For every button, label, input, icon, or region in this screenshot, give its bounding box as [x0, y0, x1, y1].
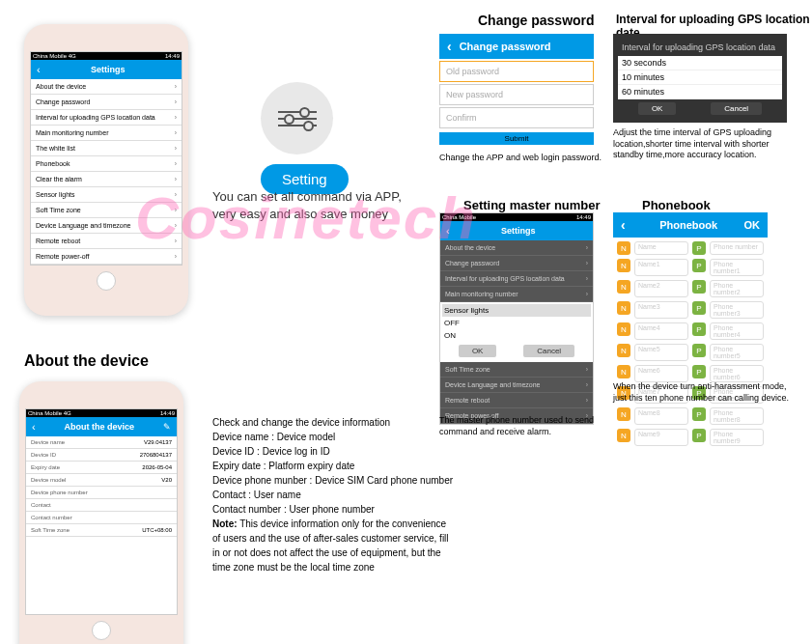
list-item[interactable]: About the device› [440, 240, 593, 256]
home-button[interactable] [97, 271, 116, 291]
list-item[interactable]: Device Language and timezone› [440, 378, 593, 393]
master-label: Setting master number [463, 198, 601, 212]
list-item[interactable]: Interval for uploading GPS location data… [31, 110, 182, 126]
change-password-caption: Change the APP and web login password. [439, 153, 608, 162]
sliders-icon [261, 82, 333, 154]
interval-cancel-button[interactable]: Cancel [711, 102, 762, 115]
setting-desc: You can set all command via APP, very ea… [212, 188, 425, 223]
phone-input[interactable]: Phone number5 [710, 344, 764, 361]
submit-button[interactable]: Submit [439, 132, 594, 145]
home-button[interactable] [92, 621, 111, 640]
name-badge-icon: N [617, 280, 630, 294]
back-icon[interactable]: ‹ [621, 217, 626, 233]
interval-option[interactable]: 10 minutes [618, 70, 782, 85]
phonebook-ok[interactable]: OK [744, 219, 761, 231]
edit-icon[interactable]: ✎ [163, 422, 171, 432]
name-badge-icon: N [617, 241, 630, 255]
name-input[interactable]: Name6 [634, 365, 688, 382]
phone-input[interactable]: Phone number6 [710, 365, 764, 382]
name-input[interactable]: Name9 [634, 429, 688, 446]
setting-icon-block: Setting [261, 82, 349, 194]
list-item[interactable]: The white list› [31, 141, 182, 156]
confirm-password-input[interactable]: Confirm [439, 107, 594, 128]
phone-input[interactable]: Phone number4 [710, 322, 764, 340]
name-input[interactable]: Name4 [634, 322, 688, 340]
info-row: Expiry date2026-05-04 [26, 462, 177, 474]
phone-input[interactable]: Phone number8 [710, 407, 764, 425]
master-dialog-title: Sensor lights [442, 304, 591, 317]
list-item[interactable]: Main monitoring number› [440, 287, 593, 302]
setting-desc-2: very easy and also save money [212, 206, 425, 223]
about-note-label: Note: [212, 518, 238, 529]
phone-input[interactable]: Phone number [710, 241, 764, 255]
about-phone-frame: China Mobile 4G14:49 ‹ About the device … [19, 381, 183, 644]
phonebook-label: Phonebook [642, 198, 711, 212]
phonebook-row: NName9PPhone number9 [615, 427, 766, 448]
status-time: 14:49 [165, 53, 180, 59]
change-password-header: ‹ Change password [439, 34, 594, 59]
master-caption: The master phone number used to send com… [439, 415, 603, 437]
settings-header: ‹ Settings [31, 60, 182, 79]
name-input[interactable]: Name3 [634, 301, 688, 319]
back-icon[interactable]: ‹ [447, 39, 452, 54]
list-item[interactable]: Change password› [440, 256, 593, 271]
name-input[interactable]: Name5 [634, 344, 688, 361]
phonebook-row: NName5PPhone number5 [615, 342, 766, 363]
info-row: Contact [26, 499, 177, 512]
list-item[interactable]: Change password› [31, 95, 182, 110]
status-bar: China Mobile14:49 [440, 213, 593, 221]
interval-option[interactable]: 60 minutes [618, 85, 782, 99]
name-input[interactable]: Name2 [634, 280, 688, 297]
settings-phone-screen: China Mobile 4G 14:49 ‹ Settings About t… [30, 51, 182, 266]
list-item[interactable]: Remote reboot› [440, 393, 593, 408]
change-password-title: Change password [460, 41, 551, 52]
interval-ok-button[interactable]: OK [638, 102, 677, 115]
phone-input[interactable]: Phone number9 [710, 429, 764, 446]
phonebook-row: NName3PPhone number3 [615, 299, 766, 321]
about-line: Device name : Device model [212, 430, 454, 444]
interval-option[interactable]: 30 seconds [618, 56, 782, 70]
master-opt-on[interactable]: ON [442, 329, 591, 342]
status-bar: China Mobile 4G 14:49 [31, 52, 182, 60]
info-row: Device modelV20 [26, 474, 177, 487]
setting-desc-1: You can set all command via APP, [212, 188, 425, 206]
master-cancel-button[interactable]: Cancel [523, 345, 574, 357]
old-password-input[interactable]: Old password [439, 61, 594, 82]
phone-badge-icon: P [692, 344, 706, 357]
phone-input[interactable]: Phone number1 [710, 259, 764, 276]
phone-badge-icon: P [692, 365, 706, 378]
list-item[interactable]: Remote reboot› [31, 234, 182, 249]
info-row: Device ID2706804137 [26, 449, 177, 462]
list-item[interactable]: About the device› [31, 79, 182, 95]
list-item[interactable]: Main monitoring number› [31, 126, 182, 141]
phonebook-row: NName2PPhone number2 [615, 278, 766, 299]
list-item[interactable]: Phonebook› [31, 156, 182, 172]
name-input[interactable]: Name1 [634, 259, 688, 276]
about-label: About the device [24, 352, 149, 370]
list-item[interactable]: Remote power-off› [31, 249, 182, 265]
phone-badge-icon: P [692, 259, 706, 272]
phonebook-panel: ‹ Phonebook OK NNamePPhone numberNName1P… [613, 212, 768, 450]
list-item[interactable]: Soft Time zone› [440, 362, 593, 378]
new-password-input[interactable]: New password [439, 84, 594, 105]
interval-title: Interval for uploading GPS location data [618, 39, 782, 56]
master-opt-off[interactable]: OFF [442, 317, 591, 329]
info-row: Contact number [26, 512, 177, 524]
list-item[interactable]: Soft Time zone› [31, 203, 182, 218]
about-line: Expiry date : Platform expiry date [212, 459, 454, 473]
name-input[interactable]: Name [634, 241, 688, 255]
interval-caption: Adjust the time interval of GPS uploadin… [613, 127, 792, 161]
list-item[interactable]: Device Language and timezone› [31, 218, 182, 234]
list-item[interactable]: Sensor lights› [31, 187, 182, 203]
phonebook-header: ‹ Phonebook OK [613, 212, 768, 238]
master-ok-button[interactable]: OK [459, 345, 497, 357]
settings-phone-frame: China Mobile 4G 14:49 ‹ Settings About t… [24, 24, 188, 316]
about-line: Device ID : Device log in ID [212, 444, 454, 459]
phone-input[interactable]: Phone number2 [710, 280, 764, 297]
name-input[interactable]: Name8 [634, 407, 688, 425]
list-item[interactable]: Interval for uploading GPS location data… [440, 271, 593, 287]
list-item[interactable]: Clear the alarm› [31, 172, 182, 187]
phone-input[interactable]: Phone number3 [710, 301, 764, 319]
about-line: Device phone munber : Device SIM Card ph… [212, 473, 454, 488]
name-badge-icon: N [617, 429, 630, 442]
